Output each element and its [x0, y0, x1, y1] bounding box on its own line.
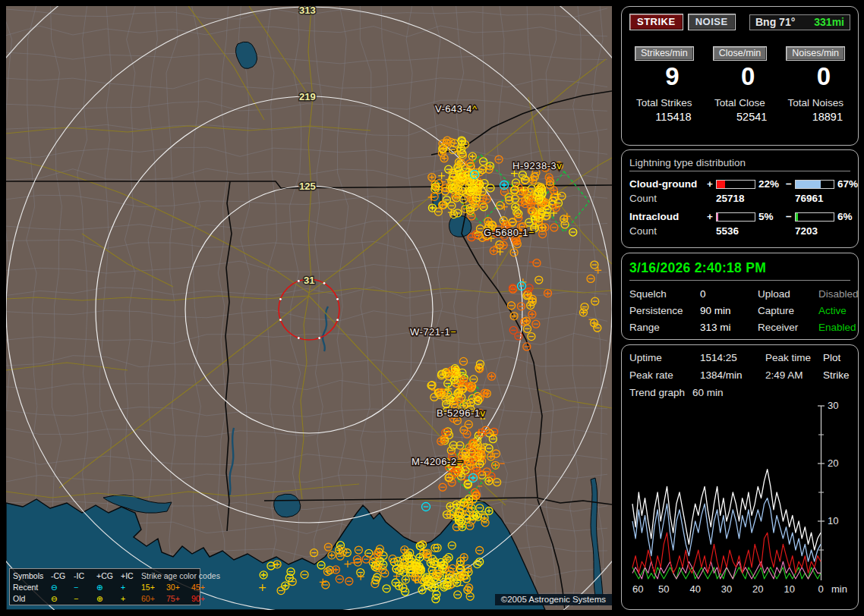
cg-positive-bar: [716, 180, 755, 189]
bearing-range: 331mi: [814, 16, 844, 28]
count-label: Count: [629, 225, 707, 237]
trend-graph: 3020106050403020100min: [629, 400, 851, 596]
copyright-text: ©2005 Astrogenic Systems: [495, 594, 612, 605]
trend-y-tick-label: 30: [828, 400, 838, 411]
stats-grid: Uptime1514:25 Peak timePlotPeak rate1384…: [629, 352, 850, 381]
noises-per-min-button[interactable]: Noises/min: [786, 46, 845, 61]
intracloud-label: Intracloud: [629, 211, 707, 222]
storm-cell-trend-icon: v: [557, 160, 562, 171]
legend-age-header: Strike age color codes: [141, 570, 198, 582]
ic-negative-pct: 6%: [837, 211, 853, 222]
plus-icon: +: [121, 582, 141, 593]
stats-row: Peak rate1384/min 2:49 AMStrike: [629, 369, 850, 381]
circled-plus-icon: ⊕: [96, 582, 121, 593]
total-noises-label: Total Noises: [780, 97, 850, 108]
side-panel: STRIKE NOISE Bng 71° 331mi Strikes/min 9…: [621, 0, 859, 616]
close-per-min-button[interactable]: Close/min: [713, 46, 768, 61]
distribution-box: Lightning type distribution Cloud-ground…: [621, 149, 859, 248]
legend-row: Old ⊖ − ⊕ + 60+75+90+: [13, 593, 197, 605]
cg-negative-bar: [795, 180, 834, 189]
ic-negative-count: 7203: [786, 225, 859, 237]
circled-minus-icon: ⊖: [51, 582, 74, 593]
range-ring-label: 125: [299, 181, 316, 192]
cg-positive-pct: 22%: [758, 178, 779, 190]
trend-x-tick-label: 50: [658, 583, 669, 595]
distribution-title: Lightning type distribution: [629, 157, 850, 171]
close-column: Close/min 0 Total Close 52541: [705, 46, 775, 123]
status-grid: Squelch0 UploadDisabledPersistence90 min…: [629, 288, 850, 333]
ic-negative-bar: [795, 212, 834, 222]
trend-y-tick-label: 10: [828, 515, 838, 526]
clock: 3/16/2026 2:40:18 PM: [629, 260, 850, 281]
map-canvas[interactable]: 31125219313 V-643-4^H-9238-3vG-5680-1−W-…: [6, 6, 612, 610]
noises-per-min-value: 0: [780, 62, 850, 91]
total-close-value: 52541: [705, 111, 775, 123]
minus-icon: −: [74, 582, 96, 593]
ic-positive-pct: 5%: [758, 211, 774, 222]
app-window: 31125219313 V-643-4^H-9238-3vG-5680-1−W-…: [0, 0, 864, 616]
status-row: Persistence90 min CaptureActive: [629, 305, 850, 316]
counters-box: STRIKE NOISE Bng 71° 331mi Strikes/min 9…: [621, 6, 859, 146]
noise-button[interactable]: NOISE: [688, 14, 736, 30]
trend-x-tick-label: 60: [632, 583, 643, 595]
trend-graph-label: Trend graph: [629, 387, 685, 398]
storm-cell-trend-icon: −: [450, 326, 456, 338]
storm-cell-trend-icon: −: [457, 456, 463, 467]
cloud-ground-label: Cloud-ground: [629, 178, 707, 190]
legend-header-symbols: Symbols: [13, 570, 51, 582]
cg-negative-count: 76961: [786, 193, 859, 204]
storm-cell-trend-icon: ^: [472, 103, 478, 115]
minus-icon: −: [74, 593, 96, 605]
storm-cell-trend-icon: v: [480, 407, 485, 419]
plus-sign: +: [707, 211, 713, 222]
trend-x-tick-label: 10: [784, 583, 794, 595]
trend-y-tick-label: 20: [828, 457, 838, 469]
total-strikes-value: 115418: [629, 111, 699, 123]
storm-cell-label[interactable]: V-643-4^: [435, 103, 478, 115]
status-box: 3/16/2026 2:40:18 PM Squelch0 UploadDisa…: [621, 253, 859, 340]
range-ring-label: 219: [299, 91, 316, 102]
storm-cell-label[interactable]: M-4206-2−: [412, 456, 463, 467]
storm-cell-label[interactable]: B-5296-1v: [437, 407, 485, 419]
status-row: Range313 mi ReceiverEnabled: [629, 322, 850, 333]
total-close-label: Total Close: [705, 97, 775, 108]
circled-plus-icon: ⊕: [96, 593, 121, 605]
legend-row: Recent ⊖ − ⊕ + 15+30+45+: [13, 582, 197, 593]
storm-cell-trend-icon: −: [528, 227, 534, 238]
range-ring-label: 313: [299, 6, 316, 16]
trend-box: Uptime1514:25 Peak timePlotPeak rate1384…: [621, 344, 859, 610]
close-per-min-value: 0: [705, 62, 775, 91]
cg-negative-pct: 67%: [837, 178, 858, 190]
trend-x-unit: min: [831, 583, 847, 595]
bearing-label: Bng 71°: [755, 16, 795, 28]
range-ring-label: 31: [304, 275, 314, 286]
trend-x-tick-label: 30: [721, 583, 732, 595]
ic-positive-count: 5536: [707, 225, 786, 237]
stats-row: Uptime1514:25 Peak timePlot: [629, 352, 850, 363]
map-legend: Symbols -CG -IC +CG +IC Strike age color…: [9, 568, 200, 605]
trend-x-tick-label: 40: [689, 583, 700, 595]
minus-sign: −: [786, 178, 792, 190]
cg-positive-count: 25718: [707, 193, 786, 204]
plus-icon: +: [121, 593, 141, 605]
circled-minus-icon: ⊖: [51, 593, 74, 605]
noises-column: Noises/min 0 Total Noises 18891: [780, 46, 850, 123]
strikes-column: Strikes/min 9 Total Strikes 115418: [629, 46, 699, 123]
trend-window-value[interactable]: 60 min: [692, 387, 724, 398]
trend-x-tick-label: 0: [818, 583, 823, 595]
trend-x-tick-label: 20: [752, 583, 763, 595]
strike-button[interactable]: STRIKE: [629, 14, 683, 30]
storm-cell-label[interactable]: W-721-1−: [410, 326, 456, 338]
status-row: Squelch0 UploadDisabled: [629, 288, 850, 300]
ic-positive-bar: [716, 212, 755, 222]
lightning-map[interactable]: 31125219313 V-643-4^H-9238-3vG-5680-1−W-…: [6, 6, 612, 610]
total-strikes-label: Total Strikes: [629, 97, 699, 108]
storm-cell-label[interactable]: G-5680-1−: [484, 227, 534, 238]
bearing-chip: Bng 71° 331mi: [749, 14, 850, 30]
trend-series-cg-negative: [632, 498, 821, 562]
count-label: Count: [629, 193, 707, 204]
strikes-per-min-button[interactable]: Strikes/min: [635, 46, 694, 61]
total-noises-value: 18891: [780, 111, 850, 123]
plus-sign: +: [707, 178, 713, 190]
storm-cell-label[interactable]: H-9238-3v: [512, 160, 562, 171]
